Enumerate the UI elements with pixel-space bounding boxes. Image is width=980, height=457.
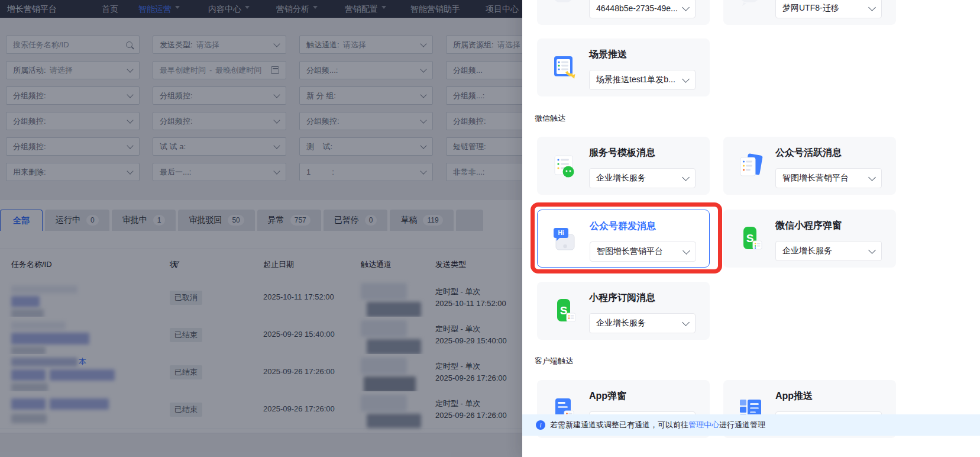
channel-dropdown[interactable]: 企业增长服务 <box>775 241 882 261</box>
chevron-down-icon <box>683 247 690 255</box>
manage-center-link[interactable]: 管理中心 <box>688 420 719 429</box>
section-label-client: 客户端触达 <box>535 356 573 366</box>
channel-dropdown[interactable]: 梦网UTF8-迁移 <box>775 0 882 18</box>
channel-dropdown[interactable]: 企业增长服务 <box>589 313 696 333</box>
channel-card-miniprogram-popup[interactable]: S 微信小程序弹窗 企业增长服务 <box>723 210 896 268</box>
svg-text:Hi: Hi <box>558 230 564 236</box>
info-icon: i <box>536 420 545 430</box>
channel-select-panel: 46448b5e-2735-49e... 梦网UTF8-迁移 场景推送 场景推送… <box>522 0 980 457</box>
channel-title: 微信小程序弹窗 <box>775 220 842 232</box>
channel-dropdown[interactable]: 智图增长营销平台 <box>590 242 696 262</box>
channel-card-sms-2[interactable]: 梦网UTF8-迁移 <box>723 0 896 25</box>
channel-dropdown[interactable]: 智图增长营销平台 <box>775 168 882 188</box>
sms-channel-icon <box>736 0 765 10</box>
chevron-down-icon <box>682 4 690 11</box>
chevron-down-icon <box>682 173 690 181</box>
miniprogram-icon: S <box>736 224 765 253</box>
scene-push-icon <box>550 53 578 82</box>
channel-card-service-template[interactable]: 服务号模板消息 企业增长服务 <box>537 137 710 195</box>
channel-card-sms-1[interactable]: 46448b5e-2735-49e... <box>537 0 710 25</box>
channel-info-bar: i 若需新建通道或调整已有通道，可以前往管理中心进行通道管理 <box>522 414 980 436</box>
svg-text:S: S <box>560 304 568 317</box>
channel-title: 服务号模板消息 <box>589 147 655 159</box>
official-account-mass-icon: Hi <box>551 225 579 253</box>
channel-card-oa-active[interactable]: 公众号活跃消息 智图增长营销平台 <box>723 137 896 195</box>
official-account-active-icon <box>736 152 765 180</box>
channel-card-scene-push[interactable]: 场景推送 场景推送test1单发b... <box>537 38 710 96</box>
channel-dropdown[interactable]: 场景推送test1单发b... <box>589 70 696 90</box>
chevron-down-icon <box>868 246 876 254</box>
channel-card-miniprogram-subscribe[interactable]: S 小程序订阅消息 企业增长服务 <box>537 282 710 340</box>
info-text: 若需新建通道或调整已有通道，可以前往管理中心进行通道管理 <box>550 420 765 430</box>
sms-channel-icon <box>550 0 578 10</box>
marketing-app: 增长营销平台 首页 智能运营 内容中心 营销分析 营销配置 智能营销助手 项目中… <box>0 0 522 457</box>
channel-title: 小程序订阅消息 <box>589 292 655 304</box>
section-label-wechat: 微信触达 <box>535 113 565 124</box>
channel-title: 场景推送 <box>589 49 627 61</box>
miniprogram-icon: S <box>550 297 578 325</box>
channel-dropdown[interactable]: 企业增长服务 <box>589 168 696 188</box>
svg-text:S: S <box>746 232 754 244</box>
channel-title: App推送 <box>775 390 813 403</box>
channel-dropdown[interactable]: 46448b5e-2735-49e... <box>589 0 696 18</box>
channel-card-oa-mass[interactable]: Hi 公众号群发消息 智图增长营销平台 <box>537 210 710 268</box>
channel-title: App弹窗 <box>589 390 626 403</box>
chevron-down-icon <box>868 4 876 11</box>
chevron-down-icon <box>682 75 690 83</box>
wechat-service-template-icon <box>550 152 578 180</box>
screen: 增长营销平台 首页 智能运营 内容中心 营销分析 营销配置 智能营销助手 项目中… <box>0 0 980 457</box>
channel-title: 公众号群发消息 <box>590 220 656 233</box>
dim-overlay <box>0 0 522 457</box>
channel-title: 公众号活跃消息 <box>775 147 842 159</box>
chevron-down-icon <box>682 318 690 326</box>
chevron-down-icon <box>868 173 876 181</box>
